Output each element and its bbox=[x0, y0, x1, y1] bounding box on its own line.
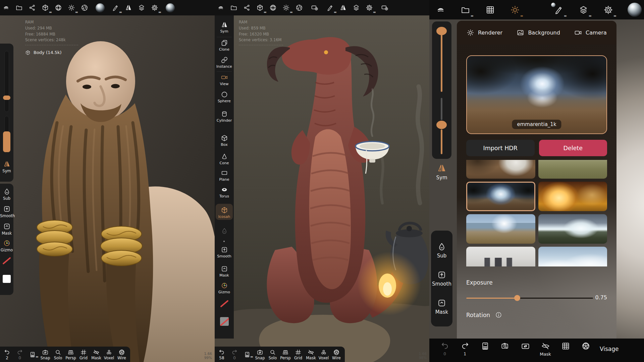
grid-view-icon[interactable] bbox=[484, 4, 496, 15]
settings-gear-icon[interactable]: = bbox=[365, 4, 373, 12]
radius-slider[interactable] bbox=[4, 51, 9, 112]
tool-sym[interactable]: Sym bbox=[432, 163, 451, 181]
voxel-button[interactable]: Voxel bbox=[317, 349, 330, 360]
environment-thumbnail-bright-clouds[interactable] bbox=[538, 247, 607, 266]
persp-button[interactable]: Persp bbox=[279, 349, 292, 360]
tab-camera[interactable]: Camera bbox=[574, 29, 607, 37]
undo-button[interactable]: 58 bbox=[215, 349, 228, 360]
add-card-icon[interactable] bbox=[310, 4, 319, 12]
environment-thumbnail-rocky-coast[interactable] bbox=[466, 214, 535, 244]
wire-button[interactable]: Wire bbox=[115, 349, 128, 360]
topology-icon[interactable]: = bbox=[41, 4, 49, 12]
no-material-indicator[interactable] bbox=[215, 303, 234, 304]
open-folder-icon[interactable]: = bbox=[460, 4, 471, 15]
exposure-slider-handle[interactable] bbox=[514, 295, 520, 301]
open-folder-icon[interactable] bbox=[15, 4, 23, 12]
intensity-slider-handle[interactable] bbox=[436, 121, 447, 129]
environment-thumbnail-warm-interior[interactable] bbox=[538, 182, 607, 211]
settings-gear-icon[interactable]: = bbox=[151, 4, 159, 12]
environment-thumbnail-sunset-field[interactable] bbox=[538, 214, 607, 244]
post-process-aperture-icon[interactable] bbox=[80, 4, 89, 12]
tool-box[interactable]: Box bbox=[215, 134, 234, 147]
tool-sym[interactable]: Sym bbox=[215, 21, 234, 34]
layers-icon[interactable]: = bbox=[578, 4, 589, 15]
tool-sub-faded[interactable] bbox=[215, 227, 234, 235]
intensity-slider-fill[interactable] bbox=[441, 129, 442, 154]
sculpt-scene-dwarf[interactable] bbox=[0, 15, 215, 362]
material-ball-icon[interactable] bbox=[165, 4, 175, 12]
persp-button[interactable]: Persp bbox=[64, 349, 77, 360]
voxel-button[interactable]: Voxel bbox=[103, 349, 115, 360]
undo-button[interactable]: 0 bbox=[435, 342, 455, 356]
topology-icon[interactable]: = bbox=[256, 4, 264, 12]
layers-icon[interactable] bbox=[138, 4, 146, 12]
tool-cylinder[interactable]: Cylinder bbox=[215, 110, 234, 123]
tool-icosahedron-selected[interactable]: Icosah bbox=[215, 206, 234, 219]
settings-gear-icon[interactable]: = bbox=[602, 4, 614, 15]
tool-sub[interactable]: Sub bbox=[437, 242, 447, 259]
mask-view-button[interactable]: Mask bbox=[305, 349, 317, 360]
tool-smooth[interactable]: Smooth bbox=[215, 246, 234, 258]
open-folder-icon[interactable] bbox=[230, 4, 238, 12]
brush-pen-icon[interactable]: = bbox=[326, 4, 334, 12]
symmetry-mirror-icon[interactable] bbox=[339, 4, 347, 12]
nomad-logo-icon[interactable] bbox=[2, 4, 10, 12]
tool-sub[interactable]: Sub bbox=[0, 188, 13, 201]
history-button[interactable]: = bbox=[26, 351, 39, 358]
material-ball-icon[interactable] bbox=[95, 4, 105, 12]
scene-name-label[interactable]: Visage bbox=[600, 342, 619, 352]
lighting-sun-icon-active[interactable]: = bbox=[509, 4, 521, 15]
tool-gizmo[interactable]: Gizmo bbox=[0, 239, 13, 252]
lighting-sun-icon[interactable]: = bbox=[282, 4, 290, 12]
tool-cone[interactable]: Cone bbox=[215, 153, 234, 165]
mask-view-button[interactable]: Mask bbox=[90, 349, 103, 360]
redo-button[interactable]: 0 bbox=[13, 349, 26, 360]
scene-object-row[interactable]: Body (14.5k) bbox=[25, 49, 78, 56]
wireframe-button[interactable] bbox=[576, 342, 596, 351]
import-hdr-button[interactable]: Import HDR bbox=[466, 140, 535, 156]
grid-button[interactable]: Grid bbox=[77, 349, 90, 360]
wire-button[interactable]: Wire bbox=[330, 349, 343, 360]
tool-sym[interactable]: Sym bbox=[0, 160, 13, 173]
solo-button[interactable]: Solo bbox=[266, 349, 279, 360]
tool-gizmo[interactable]: Gizmo bbox=[215, 282, 234, 294]
tool-instance[interactable]: Instance bbox=[215, 56, 234, 69]
color-swatch[interactable] bbox=[0, 275, 13, 283]
tool-mask[interactable]: Mask bbox=[215, 265, 234, 278]
brush-material-icon[interactable]: = bbox=[553, 4, 564, 15]
hdr-environment-preview[interactable]: emmarentia_1k bbox=[466, 55, 607, 134]
redo-button[interactable]: 1 bbox=[455, 342, 475, 356]
tool-torus[interactable]: Torus bbox=[215, 186, 234, 198]
material-ball-icon[interactable] bbox=[627, 4, 642, 15]
layers-icon[interactable] bbox=[352, 4, 360, 12]
grid-button[interactable]: Grid bbox=[292, 349, 305, 360]
brush-pen-icon[interactable]: = bbox=[111, 4, 119, 12]
tab-background[interactable]: Background bbox=[517, 29, 560, 37]
snap-button[interactable]: Snap bbox=[254, 349, 266, 360]
tool-view[interactable]: View bbox=[215, 74, 234, 86]
add-card-icon[interactable] bbox=[380, 4, 389, 12]
scene-graph-icon[interactable] bbox=[243, 4, 251, 12]
environment-thumbnail-grassy-plain[interactable] bbox=[538, 160, 607, 179]
tool-plane[interactable]: Plane bbox=[215, 169, 234, 182]
nomad-logo-icon[interactable] bbox=[435, 4, 446, 15]
history-button[interactable] bbox=[475, 342, 495, 351]
matcap-sphere-icon[interactable] bbox=[54, 4, 62, 12]
matcap-sphere-icon[interactable] bbox=[269, 4, 277, 12]
snap-button[interactable]: Snap bbox=[39, 349, 52, 360]
tool-mask[interactable]: Mask bbox=[435, 298, 448, 315]
info-icon[interactable] bbox=[495, 311, 502, 318]
solo-button[interactable]: Solo bbox=[52, 349, 64, 360]
grid-view-button[interactable] bbox=[555, 342, 576, 351]
no-material-indicator[interactable] bbox=[0, 260, 13, 261]
texture-swatch[interactable] bbox=[215, 317, 234, 326]
tool-smooth[interactable]: Smooth bbox=[0, 205, 13, 218]
screenshot-button[interactable] bbox=[495, 342, 515, 351]
intensity-slider-handle[interactable] bbox=[3, 131, 10, 152]
history-button[interactable]: = bbox=[241, 351, 254, 358]
undo-button[interactable]: 2 bbox=[1, 349, 13, 360]
sculpt-scene-dragon[interactable] bbox=[215, 15, 429, 362]
environment-thumbnail-night-lake-selected[interactable] bbox=[466, 182, 535, 211]
tool-mask[interactable]: Mask bbox=[0, 223, 13, 236]
nomad-logo-icon[interactable] bbox=[217, 4, 225, 12]
